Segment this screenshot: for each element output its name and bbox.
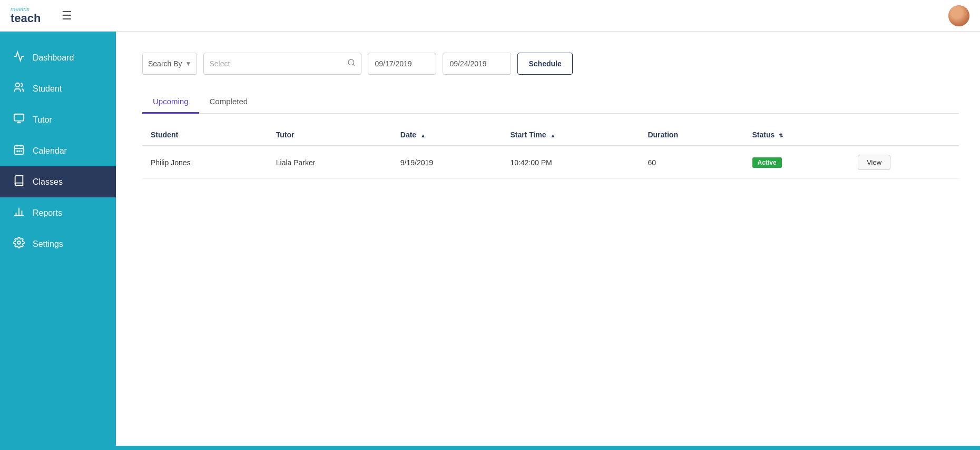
svg-rect-4 bbox=[15, 146, 24, 155]
content-area: Search By ▼ Select Schedule Upcoming bbox=[116, 32, 980, 446]
sidebar-item-student[interactable]: Student bbox=[0, 73, 116, 104]
col-date[interactable]: Date ▲ bbox=[392, 124, 502, 146]
cell-student: Philip Jones bbox=[142, 146, 268, 179]
cell-tutor: Liala Parker bbox=[268, 146, 392, 179]
cell-start-time: 10:42:00 PM bbox=[502, 146, 639, 179]
col-tutor: Tutor bbox=[268, 124, 392, 146]
search-icon[interactable] bbox=[347, 58, 356, 69]
tab-upcoming[interactable]: Upcoming bbox=[142, 91, 199, 114]
cell-view: View bbox=[849, 146, 959, 179]
tabs: Upcoming Completed bbox=[142, 91, 959, 114]
table-body: Philip Jones Liala Parker 9/19/2019 10:4… bbox=[142, 146, 959, 179]
tab-completed[interactable]: Completed bbox=[199, 91, 259, 114]
svg-rect-1 bbox=[14, 114, 24, 121]
col-start-time[interactable]: Start Time ▲ bbox=[502, 124, 639, 146]
sidebar-item-tutor[interactable]: Tutor bbox=[0, 104, 116, 135]
classes-icon bbox=[13, 175, 25, 189]
svg-point-0 bbox=[16, 83, 19, 87]
logo-text: meetrix teach bbox=[11, 6, 41, 25]
sidebar: Dashboard Student Tutor bbox=[0, 32, 116, 446]
search-by-label: Search By bbox=[148, 59, 182, 68]
avatar-image bbox=[948, 5, 969, 26]
date-end-input[interactable] bbox=[443, 53, 511, 75]
sidebar-item-calendar[interactable]: Calendar bbox=[0, 135, 116, 166]
sidebar-item-classes[interactable]: Classes bbox=[0, 166, 116, 197]
filter-bar: Search By ▼ Select Schedule bbox=[142, 53, 959, 75]
settings-icon bbox=[13, 237, 25, 251]
bottom-bar bbox=[0, 446, 980, 450]
sidebar-item-reports[interactable]: Reports bbox=[0, 197, 116, 228]
col-action bbox=[849, 124, 959, 146]
logo-area: meetrix teach ☰ bbox=[11, 6, 72, 25]
sidebar-label-tutor: Tutor bbox=[33, 115, 52, 125]
col-duration: Duration bbox=[639, 124, 743, 146]
cell-duration: 60 bbox=[639, 146, 743, 179]
calendar-icon bbox=[13, 144, 25, 158]
sidebar-label-dashboard: Dashboard bbox=[33, 53, 74, 63]
sidebar-item-settings[interactable]: Settings bbox=[0, 228, 116, 259]
svg-rect-8 bbox=[16, 151, 18, 152]
search-by-wrapper[interactable]: Search By ▼ bbox=[142, 53, 197, 75]
select-placeholder: Select bbox=[209, 59, 344, 68]
svg-point-16 bbox=[348, 59, 354, 65]
tutor-icon bbox=[13, 113, 25, 127]
sidebar-label-reports: Reports bbox=[33, 208, 62, 218]
classes-table: Student Tutor Date ▲ Start Time ▲ Durati bbox=[142, 124, 959, 179]
status-sort-icon: ⇅ bbox=[779, 133, 783, 138]
hamburger-menu[interactable]: ☰ bbox=[62, 9, 72, 23]
select-dropdown[interactable]: Select bbox=[203, 53, 361, 75]
chevron-down-icon: ▼ bbox=[185, 60, 192, 67]
sidebar-label-calendar: Calendar bbox=[33, 146, 67, 156]
svg-rect-10 bbox=[21, 151, 22, 152]
schedule-button[interactable]: Schedule bbox=[517, 53, 572, 75]
sidebar-item-dashboard[interactable]: Dashboard bbox=[0, 42, 116, 73]
table-row: Philip Jones Liala Parker 9/19/2019 10:4… bbox=[142, 146, 959, 179]
logo-teach: teach bbox=[11, 12, 41, 25]
table-header: Student Tutor Date ▲ Start Time ▲ Durati bbox=[142, 124, 959, 146]
reports-icon bbox=[13, 206, 25, 220]
cell-status: Active bbox=[744, 146, 850, 179]
cell-date: 9/19/2019 bbox=[392, 146, 502, 179]
top-header: meetrix teach ☰ bbox=[0, 0, 980, 32]
svg-point-15 bbox=[17, 241, 21, 244]
dashboard-icon bbox=[13, 51, 25, 65]
sidebar-label-student: Student bbox=[33, 84, 62, 94]
main-layout: Dashboard Student Tutor bbox=[0, 32, 980, 446]
date-start-input[interactable] bbox=[368, 53, 436, 75]
date-sort-icon: ▲ bbox=[420, 133, 426, 138]
sidebar-label-settings: Settings bbox=[33, 239, 63, 249]
student-icon bbox=[13, 82, 25, 96]
col-status[interactable]: Status ⇅ bbox=[744, 124, 850, 146]
avatar[interactable] bbox=[948, 5, 969, 26]
view-button[interactable]: View bbox=[858, 155, 890, 170]
svg-rect-9 bbox=[18, 151, 20, 152]
col-student: Student bbox=[142, 124, 268, 146]
start-time-sort-icon: ▲ bbox=[550, 133, 555, 138]
sidebar-label-classes: Classes bbox=[33, 177, 63, 187]
status-badge: Active bbox=[752, 157, 782, 168]
svg-line-17 bbox=[354, 64, 355, 66]
